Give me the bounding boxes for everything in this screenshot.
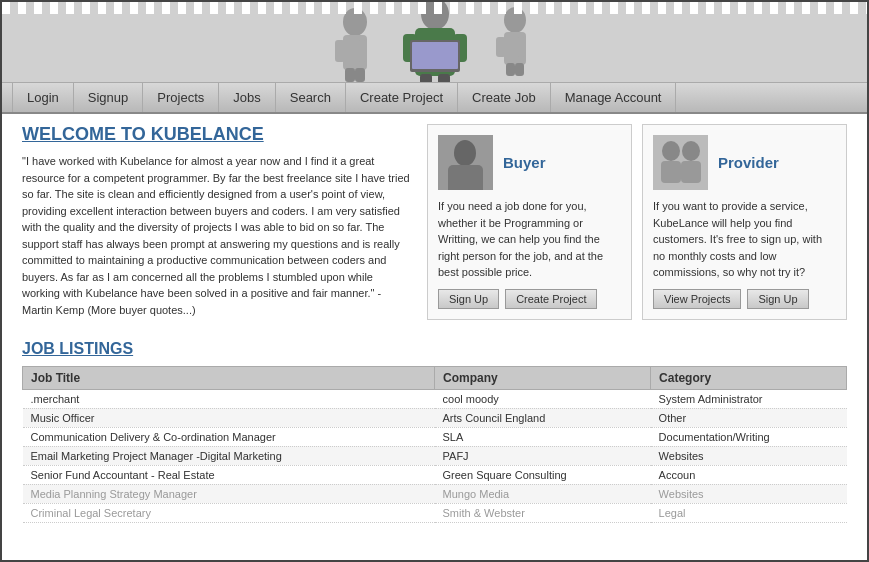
svg-point-0 [343, 8, 367, 36]
nav-create-project[interactable]: Create Project [346, 83, 458, 112]
company-cell: SLA [435, 427, 651, 446]
svg-point-26 [682, 141, 700, 161]
page-frame: Login Signup Projects Jobs Search Create… [0, 0, 869, 562]
nav-jobs[interactable]: Jobs [219, 83, 275, 112]
company-cell: PAFJ [435, 446, 651, 465]
table-row: .merchantcool moodySystem Administrator [23, 389, 847, 408]
provider-panel-title: Provider [718, 154, 779, 171]
category-cell: System Administrator [651, 389, 847, 408]
provider-panel-header: Provider [653, 135, 836, 190]
col-company: Company [435, 366, 651, 389]
job-title-cell: Communication Delivery & Co-ordination M… [23, 427, 435, 446]
svg-rect-18 [420, 74, 432, 82]
svg-rect-27 [681, 161, 701, 183]
company-cell: Mungo Media [435, 484, 651, 503]
welcome-left: WELCOME TO KUBELANCE "I have worked with… [22, 124, 412, 320]
provider-view-projects-button[interactable]: View Projects [653, 289, 741, 309]
svg-rect-3 [357, 40, 367, 62]
company-cell: cool moody [435, 389, 651, 408]
nav-bar: Login Signup Projects Jobs Search Create… [2, 82, 867, 114]
provider-panel: Provider If you want to provide a servic… [642, 124, 847, 320]
nav-projects[interactable]: Projects [143, 83, 219, 112]
nav-manage-account[interactable]: Manage Account [551, 83, 677, 112]
svg-rect-22 [448, 165, 483, 190]
buyer-create-project-button[interactable]: Create Project [505, 289, 597, 309]
welcome-text: "I have worked with Kubelance for almost… [22, 153, 412, 318]
table-row: Music OfficerArts Council EnglandOther [23, 408, 847, 427]
svg-point-21 [454, 140, 476, 166]
svg-point-6 [504, 7, 526, 33]
svg-rect-9 [516, 37, 526, 57]
svg-rect-4 [345, 68, 355, 82]
category-cell: Websites [651, 446, 847, 465]
main-content: WELCOME TO KUBELANCE "I have worked with… [2, 114, 867, 543]
nav-login[interactable]: Login [12, 83, 74, 112]
nav-signup[interactable]: Signup [74, 83, 143, 112]
buyer-panel-title: Buyer [503, 154, 546, 171]
job-title-cell: .merchant [23, 389, 435, 408]
job-title-cell: Music Officer [23, 408, 435, 427]
job-listings-section: JOB LISTINGS Job Title Company Category … [22, 340, 847, 523]
company-cell: Green Square Consulting [435, 465, 651, 484]
table-row: Email Marketing Project Manager -Digital… [23, 446, 847, 465]
svg-rect-19 [438, 74, 450, 82]
svg-point-24 [662, 141, 680, 161]
buyer-panel-buttons: Sign Up Create Project [438, 289, 621, 309]
svg-rect-5 [355, 68, 365, 82]
company-cell: Smith & Webster [435, 503, 651, 522]
svg-rect-11 [515, 63, 524, 76]
svg-rect-2 [335, 40, 345, 62]
welcome-right: Buyer If you need a job done for you, wh… [427, 124, 847, 320]
category-cell: Documentation/Writing [651, 427, 847, 446]
job-title-cell: Criminal Legal Secretary [23, 503, 435, 522]
svg-rect-8 [496, 37, 506, 57]
job-title-cell: Media Planning Strategy Manager [23, 484, 435, 503]
svg-rect-10 [506, 63, 515, 76]
buyer-panel-text: If you need a job done for you, whether … [438, 198, 621, 281]
category-cell: Other [651, 408, 847, 427]
company-cell: Arts Council England [435, 408, 651, 427]
provider-panel-buttons: View Projects Sign Up [653, 289, 836, 309]
job-title-cell: Senior Fund Accountant - Real Estate [23, 465, 435, 484]
svg-point-12 [421, 2, 449, 30]
provider-panel-text: If you want to provide a service, KubeLa… [653, 198, 836, 281]
provider-signup-button[interactable]: Sign Up [747, 289, 808, 309]
job-listings-title: JOB LISTINGS [22, 340, 847, 358]
welcome-title: WELCOME TO KUBELANCE [22, 124, 412, 145]
buyer-panel: Buyer If you need a job done for you, wh… [427, 124, 632, 320]
nav-create-job[interactable]: Create Job [458, 83, 551, 112]
buyer-signup-button[interactable]: Sign Up [438, 289, 499, 309]
svg-rect-17 [412, 42, 458, 69]
category-cell: Accoun [651, 465, 847, 484]
header-illustration [2, 2, 867, 82]
buyer-panel-header: Buyer [438, 135, 621, 190]
buyer-avatar [438, 135, 493, 190]
category-cell: Legal [651, 503, 847, 522]
job-title-cell: Email Marketing Project Manager -Digital… [23, 446, 435, 465]
svg-rect-25 [661, 161, 681, 183]
table-row: Senior Fund Accountant - Real EstateGree… [23, 465, 847, 484]
table-row: Media Planning Strategy ManagerMungo Med… [23, 484, 847, 503]
provider-avatar [653, 135, 708, 190]
table-header-row: Job Title Company Category [23, 366, 847, 389]
job-table: Job Title Company Category .merchantcool… [22, 366, 847, 523]
nav-search[interactable]: Search [276, 83, 346, 112]
table-row: Communication Delivery & Co-ordination M… [23, 427, 847, 446]
category-cell: Websites [651, 484, 847, 503]
welcome-section: WELCOME TO KUBELANCE "I have worked with… [22, 124, 847, 320]
col-category: Category [651, 366, 847, 389]
table-row: Criminal Legal SecretarySmith & WebsterL… [23, 503, 847, 522]
col-job-title: Job Title [23, 366, 435, 389]
